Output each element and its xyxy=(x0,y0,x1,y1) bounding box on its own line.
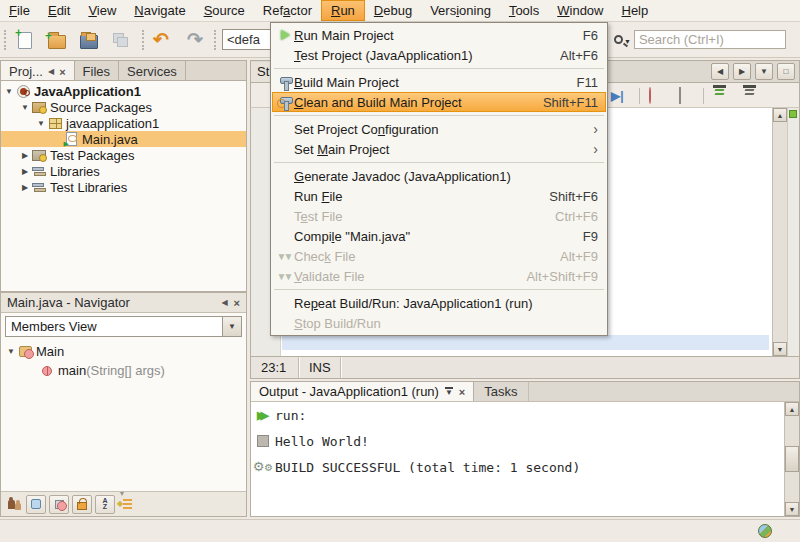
new-file-button[interactable]: + xyxy=(12,27,38,53)
sort-by-name-button[interactable]: AZ xyxy=(95,495,115,514)
expander-closed-icon[interactable]: ▶ xyxy=(19,183,31,192)
expander-closed-icon[interactable]: ▶ xyxy=(19,151,31,160)
close-output-icon[interactable]: × xyxy=(459,387,465,397)
search-input[interactable] xyxy=(634,30,786,49)
menu-window[interactable]: Window xyxy=(548,0,612,21)
new-project-button[interactable]: + xyxy=(44,27,70,53)
menu-separator xyxy=(274,115,604,116)
scroll-down-icon[interactable]: ▼ xyxy=(773,342,787,356)
open-project-button[interactable] xyxy=(76,27,102,53)
menu-item-clean-and-build[interactable]: Clean and Build Main Project Shift+F11 xyxy=(272,92,606,112)
tree-row-main-java[interactable]: Main.java xyxy=(1,131,246,147)
redo-button[interactable]: ↷ xyxy=(182,27,208,53)
menu-debug[interactable]: Debug xyxy=(365,0,421,21)
menu-item-stop-build-run[interactable]: Stop Build/Run xyxy=(272,313,606,333)
menu-edit[interactable]: Edit xyxy=(39,0,79,21)
show-fields-button[interactable] xyxy=(26,495,46,514)
toolbar-grip[interactable] xyxy=(4,30,8,50)
tab-projects[interactable]: Proj... ◀ × xyxy=(1,61,75,80)
scroll-tabs-left-button[interactable]: ◀ xyxy=(711,63,729,80)
menu-item-set-main-project[interactable]: Set Main Project › xyxy=(272,139,606,159)
navigator-class-row[interactable]: ▼ Main xyxy=(1,342,246,361)
tree-row-source-packages[interactable]: ▼ Source Packages xyxy=(1,99,246,115)
minimize-panel-icon[interactable]: ◀ xyxy=(48,68,54,76)
sort-by-source-icon[interactable] xyxy=(118,498,132,510)
expander-open-icon[interactable]: ▼ xyxy=(3,87,15,96)
expander-open-icon[interactable]: ▼ xyxy=(5,347,17,356)
splitter-grip-icon[interactable]: ▼ xyxy=(119,491,126,497)
menu-help[interactable]: Help xyxy=(612,0,657,21)
tab-services[interactable]: Services xyxy=(119,61,186,80)
toolbar-grip[interactable] xyxy=(142,30,146,50)
save-all-button[interactable] xyxy=(108,27,134,53)
scroll-up-icon[interactable]: ▲ xyxy=(785,402,799,416)
menu-item-label: Clean and Build Main Project xyxy=(294,95,543,110)
tree-row-libraries[interactable]: ▶ Libraries xyxy=(1,163,246,179)
menu-item-generate-javadoc[interactable]: Generate Javadoc (JavaApplication1) xyxy=(272,166,606,186)
menu-run[interactable]: Run xyxy=(321,0,365,21)
menu-item-test-file[interactable]: Test File Ctrl+F6 xyxy=(272,206,606,226)
scroll-down-icon[interactable]: ▼ xyxy=(785,502,799,516)
menu-refactor[interactable]: Refactor xyxy=(254,0,321,21)
tab-output[interactable]: Output - JavaApplication1 (run) ▼ × xyxy=(251,382,474,401)
minimize-panel-icon[interactable]: ◀ xyxy=(221,299,227,307)
menu-item-test-project[interactable]: Test Project (JavaApplication1) Alt+F6 xyxy=(272,45,606,65)
minimize-window-icon[interactable]: ▼ xyxy=(445,387,453,396)
show-constructors-button[interactable] xyxy=(49,495,69,514)
menu-item-check-file[interactable]: ▼▼ Check File Alt+F9 xyxy=(272,246,606,266)
tree-row-project[interactable]: ▼ JavaApplication1 xyxy=(1,83,246,99)
maximize-window-button[interactable]: □ xyxy=(777,63,795,80)
record-macro-button[interactable] xyxy=(649,88,651,103)
menu-item-build-main-project[interactable]: Build Main Project F11 xyxy=(272,72,606,92)
menu-tools[interactable]: Tools xyxy=(500,0,548,21)
close-panel-icon[interactable]: × xyxy=(59,67,65,77)
next-bookmark-icon[interactable]: ▶| xyxy=(611,88,624,103)
search-icon[interactable] xyxy=(614,35,623,44)
build-hammer-icon xyxy=(276,76,294,89)
scroll-tabs-right-button[interactable]: ▶ xyxy=(733,63,751,80)
left-column: Proj... ◀ × Files Services ▼ JavaApplica… xyxy=(0,60,247,517)
members-view-dropdown[interactable]: Members View ▼ xyxy=(5,316,242,337)
record-icon xyxy=(649,87,651,104)
navigator-method-row[interactable]: main(String[] args) xyxy=(1,361,246,380)
editor-vertical-scrollbar[interactable]: ▲ ▼ xyxy=(772,108,787,356)
stop-process-icon[interactable] xyxy=(257,435,269,447)
output-vertical-scrollbar[interactable]: ▲ ▼ xyxy=(784,402,799,516)
expander-open-icon[interactable]: ▼ xyxy=(35,119,47,128)
tab-list-button[interactable]: ▼ xyxy=(755,63,773,80)
tree-row-test-packages[interactable]: ▶ Test Packages xyxy=(1,147,246,163)
scrollbar-thumb[interactable] xyxy=(785,446,799,472)
menu-source[interactable]: Source xyxy=(195,0,254,21)
expander-closed-icon[interactable]: ▶ xyxy=(19,167,31,176)
show-static-members-button[interactable] xyxy=(72,495,92,514)
output-console[interactable]: ▶▶ run: Hello World! ⚙⚙ BUILD SUCCESSFUL… xyxy=(251,402,799,516)
show-inherited-members-icon[interactable] xyxy=(7,497,23,511)
navigator-header[interactable]: Main.java - Navigator ◀ × xyxy=(1,293,246,313)
menu-view[interactable]: View xyxy=(79,0,125,21)
expander-open-icon[interactable]: ▼ xyxy=(19,103,31,112)
menu-item-run-main-project[interactable]: Run Main Project F6 xyxy=(272,25,606,45)
menu-navigate[interactable]: Navigate xyxy=(125,0,194,21)
tree-row-test-libraries[interactable]: ▶ Test Libraries xyxy=(1,179,246,195)
rerun-icon[interactable]: ▶▶ xyxy=(257,409,269,422)
undo-button[interactable]: ↶ xyxy=(148,27,174,53)
menu-item-repeat-build-run[interactable]: Repeat Build/Run: JavaApplication1 (run) xyxy=(272,293,606,313)
menu-item-label: Run Main Project xyxy=(294,28,583,43)
menu-item-set-project-configuration[interactable]: Set Project Configuration › xyxy=(272,119,606,139)
menu-item-label: Build Main Project xyxy=(294,75,577,90)
build-gears-icon[interactable]: ⚙⚙ xyxy=(253,461,274,474)
tree-row-package[interactable]: ▼ javaapplication1 xyxy=(1,115,246,131)
update-center-icon[interactable] xyxy=(758,524,772,538)
tab-tasks[interactable]: Tasks xyxy=(474,382,528,401)
menu-item-compile-file[interactable]: Compile "Main.java" F9 xyxy=(272,226,606,246)
close-panel-icon[interactable]: × xyxy=(234,298,240,308)
menu-versioning[interactable]: Versioning xyxy=(421,0,500,21)
toolbar-grip[interactable] xyxy=(214,30,218,50)
menu-item-validate-file[interactable]: ▼▼ Validate File Alt+Shift+F9 xyxy=(272,266,606,286)
tab-files[interactable]: Files xyxy=(75,61,119,80)
menu-shortcut: Alt+F6 xyxy=(560,48,598,63)
menu-item-run-file[interactable]: Run File Shift+F6 xyxy=(272,186,606,206)
stop-macro-button[interactable] xyxy=(679,88,681,103)
scroll-up-icon[interactable]: ▲ xyxy=(773,108,787,122)
menu-file[interactable]: File xyxy=(0,0,39,21)
